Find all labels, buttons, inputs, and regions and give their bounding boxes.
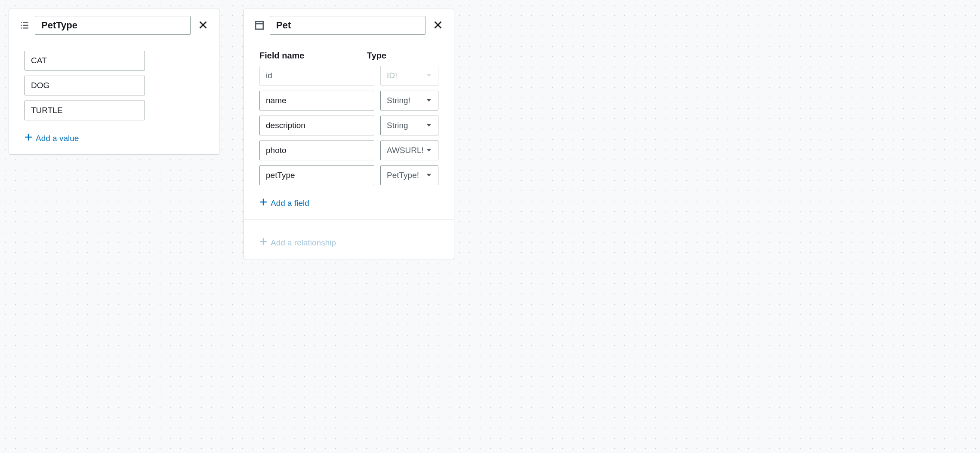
field-type-label: String! [387,96,410,105]
model-card-body: Field name Type ID!String!StringAWSURL!P… [244,42,454,259]
svg-marker-17 [427,149,431,151]
enum-value-input[interactable] [25,51,145,70]
chevron-down-icon [426,146,432,155]
field-type-label: AWSURL! [387,146,424,155]
field-row: ID! [259,66,438,86]
chevron-down-icon [426,96,432,105]
plus-icon [259,198,267,208]
field-row: AWSURL! [259,141,438,160]
fields-header: Field name Type [259,51,438,61]
chevron-down-icon [426,121,432,130]
svg-rect-10 [256,21,263,29]
field-name-input[interactable] [259,91,374,110]
enum-value-input[interactable] [25,101,145,120]
field-type-label: String [387,121,408,130]
field-type-select[interactable]: PetType! [380,165,438,185]
fields-list: ID!String!StringAWSURL!PetType! [259,66,438,185]
field-type-select: ID! [380,66,438,86]
enum-card-header [9,9,219,42]
enum-values-list [25,51,203,120]
model-card-header [244,9,454,42]
add-relationship-label: Add a relationship [271,238,336,248]
field-name-input [259,66,374,86]
enum-card: Add a value [9,9,219,155]
field-type-select[interactable]: String [380,116,438,135]
field-row: String! [259,91,438,110]
enum-title-input[interactable] [35,16,191,35]
field-name-input[interactable] [259,165,374,185]
close-icon [199,21,207,31]
model-card: Field name Type ID!String!StringAWSURL!P… [243,9,454,259]
field-type-select[interactable]: String! [380,91,438,110]
add-value-label: Add a value [36,134,79,143]
field-row: PetType! [259,165,438,185]
field-type-label: ID! [387,71,397,80]
model-close-button[interactable] [431,19,444,32]
svg-marker-14 [427,74,431,77]
close-icon [434,21,442,31]
enum-close-button[interactable] [197,19,210,32]
model-icon [255,21,264,30]
svg-marker-15 [427,99,431,101]
add-field-label: Add a field [271,199,309,208]
enum-card-body: Add a value [9,42,219,154]
column-header-fieldname: Field name [259,51,361,61]
field-row: String [259,116,438,135]
column-header-type: Type [367,51,438,61]
add-relationship-button[interactable]: Add a relationship [259,236,336,249]
svg-marker-16 [427,124,431,126]
plus-icon [25,133,32,143]
chevron-down-icon [426,71,432,80]
enum-value-input[interactable] [25,76,145,95]
field-name-input[interactable] [259,141,374,160]
enum-icon [20,21,29,30]
model-title-input[interactable] [270,16,425,35]
field-type-select[interactable]: AWSURL! [380,141,438,160]
svg-marker-18 [427,174,431,176]
field-name-input[interactable] [259,116,374,135]
chevron-down-icon [426,171,432,180]
add-field-button[interactable]: Add a field [259,196,309,210]
plus-icon [259,238,267,248]
field-type-label: PetType! [387,171,419,180]
add-value-button[interactable]: Add a value [25,132,79,145]
